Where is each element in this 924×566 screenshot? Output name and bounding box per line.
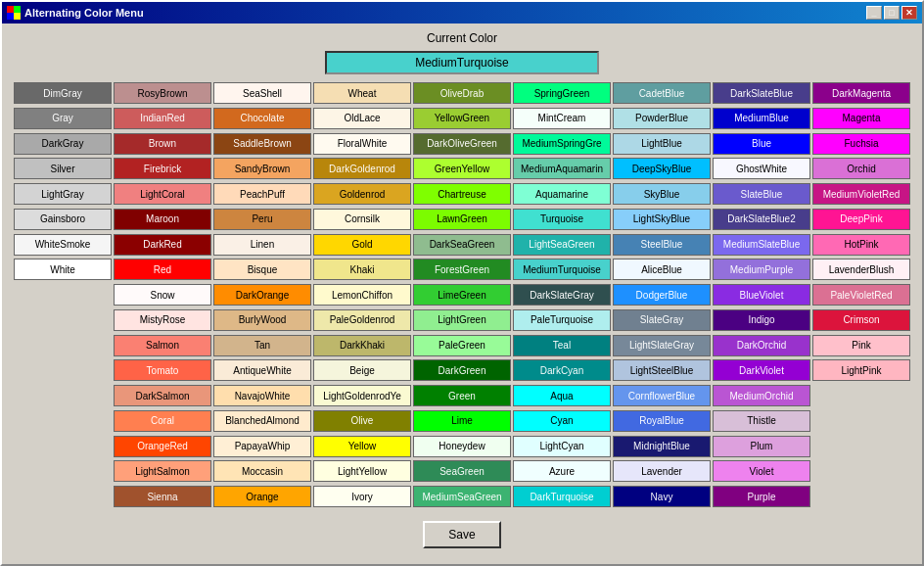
color-cell[interactable]: LightGray: [14, 183, 112, 205]
color-cell[interactable]: PaleTurquoise: [513, 309, 611, 331]
color-cell[interactable]: Azure: [513, 460, 611, 482]
color-cell[interactable]: Crimson: [812, 309, 910, 331]
color-cell[interactable]: RoyalBlue: [613, 410, 711, 432]
color-cell[interactable]: MediumSpringGre: [513, 133, 611, 155]
color-cell[interactable]: Silver: [14, 158, 112, 179]
color-cell[interactable]: BlueViolet: [713, 284, 810, 306]
color-cell[interactable]: Green: [413, 385, 511, 406]
color-cell[interactable]: Lavender: [613, 460, 711, 482]
color-cell[interactable]: OrangeRed: [114, 436, 211, 457]
color-cell[interactable]: SlateGray: [613, 309, 711, 331]
color-cell[interactable]: Lime: [413, 410, 511, 432]
color-cell[interactable]: GhostWhite: [713, 158, 810, 179]
color-cell[interactable]: FloralWhite: [313, 133, 411, 155]
color-cell[interactable]: LightGoldenrodYe: [313, 385, 411, 406]
color-cell[interactable]: SeaShell: [213, 82, 311, 104]
color-cell[interactable]: DarkSlateGray: [513, 284, 611, 306]
color-cell[interactable]: Linen: [213, 234, 311, 256]
color-cell[interactable]: Aqua: [513, 385, 611, 406]
color-cell[interactable]: BurlyWood: [213, 309, 311, 331]
color-cell[interactable]: MistyRose: [114, 309, 211, 331]
color-cell[interactable]: DimGray: [14, 82, 112, 104]
color-cell[interactable]: Coral: [114, 410, 211, 432]
color-cell[interactable]: PapayaWhip: [213, 436, 311, 457]
color-cell[interactable]: SandyBrown: [213, 158, 311, 179]
color-cell[interactable]: MediumBlue: [713, 108, 810, 129]
color-cell[interactable]: BlanchedAlmond: [213, 410, 311, 432]
color-cell[interactable]: Yellow: [313, 436, 411, 457]
color-cell[interactable]: PaleGreen: [413, 335, 511, 356]
color-cell[interactable]: DarkGoldenrod: [313, 158, 411, 179]
color-cell[interactable]: Tomato: [114, 359, 211, 381]
color-cell[interactable]: LightSalmon: [114, 460, 211, 482]
color-cell[interactable]: ForestGreen: [413, 259, 511, 280]
color-cell[interactable]: SlateBlue: [713, 183, 810, 205]
color-cell[interactable]: MintCream: [513, 108, 611, 129]
color-cell[interactable]: Plum: [713, 436, 810, 457]
color-cell[interactable]: Purple: [713, 486, 810, 507]
color-cell[interactable]: Violet: [713, 460, 810, 482]
color-cell[interactable]: Chartreuse: [413, 183, 511, 205]
color-cell[interactable]: MediumVioletRed: [812, 183, 910, 205]
color-cell[interactable]: DarkSlateBlue: [713, 82, 810, 104]
color-cell[interactable]: [14, 460, 112, 482]
color-cell[interactable]: LightSeaGreen: [513, 234, 611, 256]
color-cell[interactable]: PeachPuff: [213, 183, 311, 205]
color-cell[interactable]: MediumSlateBlue: [713, 234, 810, 256]
color-cell[interactable]: [14, 385, 112, 406]
color-cell[interactable]: Olive: [313, 410, 411, 432]
color-cell[interactable]: DodgerBlue: [613, 284, 711, 306]
color-cell[interactable]: Brown: [114, 133, 211, 155]
color-cell[interactable]: DarkGreen: [413, 359, 511, 381]
color-cell[interactable]: LightCoral: [114, 183, 211, 205]
color-cell[interactable]: IndianRed: [114, 108, 211, 129]
color-cell[interactable]: SaddleBrown: [213, 133, 311, 155]
color-cell[interactable]: DarkTurquoise: [513, 486, 611, 507]
color-cell[interactable]: Sienna: [114, 486, 211, 507]
color-cell[interactable]: LimeGreen: [413, 284, 511, 306]
color-cell[interactable]: PaleGoldenrod: [313, 309, 411, 331]
color-cell[interactable]: DarkSalmon: [114, 385, 211, 406]
color-cell[interactable]: Firebrick: [114, 158, 211, 179]
color-cell[interactable]: [14, 309, 112, 331]
color-cell[interactable]: Orange: [213, 486, 311, 507]
color-cell[interactable]: DarkKhaki: [313, 335, 411, 356]
color-cell[interactable]: [812, 410, 910, 432]
color-cell[interactable]: MediumSeaGreen: [413, 486, 511, 507]
color-cell[interactable]: Snow: [114, 284, 211, 306]
color-cell[interactable]: [812, 460, 910, 482]
color-cell[interactable]: DarkGray: [14, 133, 112, 155]
color-cell[interactable]: [812, 385, 910, 406]
color-cell[interactable]: Orchid: [812, 158, 910, 179]
color-cell[interactable]: [14, 284, 112, 306]
color-cell[interactable]: WhiteSmoke: [14, 234, 112, 256]
color-cell[interactable]: [14, 359, 112, 381]
color-cell[interactable]: Ivory: [313, 486, 411, 507]
color-cell[interactable]: LightYellow: [313, 460, 411, 482]
color-cell[interactable]: PaleVioletRed: [812, 284, 910, 306]
color-cell[interactable]: Pink: [812, 335, 910, 356]
color-cell[interactable]: SpringGreen: [513, 82, 611, 104]
color-cell[interactable]: OldLace: [313, 108, 411, 129]
color-cell[interactable]: Bisque: [213, 259, 311, 280]
color-cell[interactable]: Beige: [313, 359, 411, 381]
color-cell[interactable]: DarkOrange: [213, 284, 311, 306]
color-cell[interactable]: DeepPink: [812, 209, 910, 230]
color-cell[interactable]: DarkOliveGreen: [413, 133, 511, 155]
minimize-button[interactable]: _: [866, 6, 882, 20]
color-cell[interactable]: DarkRed: [114, 234, 211, 256]
color-cell[interactable]: DarkCyan: [513, 359, 611, 381]
color-cell[interactable]: Cornsilk: [313, 209, 411, 230]
color-cell[interactable]: [14, 410, 112, 432]
color-cell[interactable]: DarkSlateBlue2: [713, 209, 810, 230]
color-cell[interactable]: CadetBlue: [613, 82, 711, 104]
color-cell[interactable]: LightSlateGray: [613, 335, 711, 356]
color-cell[interactable]: MediumAquamarin: [513, 158, 611, 179]
color-cell[interactable]: Indigo: [713, 309, 810, 331]
color-cell[interactable]: Maroon: [114, 209, 211, 230]
color-cell[interactable]: Blue: [713, 133, 810, 155]
color-cell[interactable]: RosyBrown: [114, 82, 211, 104]
color-cell[interactable]: SkyBlue: [613, 183, 711, 205]
color-cell[interactable]: HotPink: [812, 234, 910, 256]
color-cell[interactable]: CornflowerBlue: [613, 385, 711, 406]
